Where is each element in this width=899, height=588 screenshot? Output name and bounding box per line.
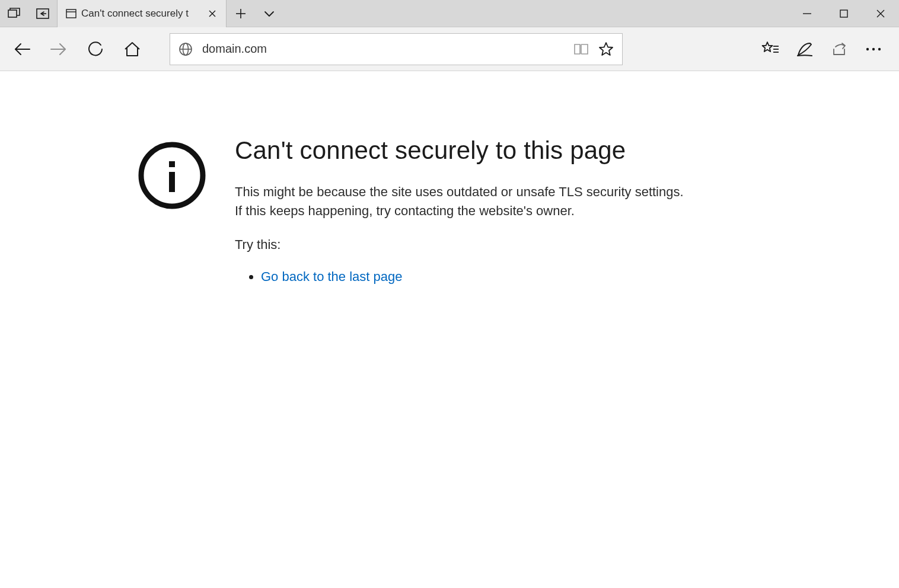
window-close-button[interactable] (862, 0, 899, 27)
nav-home-button[interactable] (115, 32, 149, 66)
reading-view-button[interactable] (573, 43, 589, 56)
svg-marker-20 (763, 42, 773, 52)
titlebar-left: Can't connect securely t (0, 0, 283, 27)
go-back-link[interactable]: Go back to the last page (261, 269, 403, 284)
info-icon (136, 140, 208, 211)
svg-rect-28 (169, 161, 175, 167)
nav-forward-button[interactable] (42, 32, 76, 66)
svg-marker-19 (600, 43, 613, 55)
browser-tab[interactable]: Can't connect securely t (57, 0, 227, 27)
error-description: This might be because the site uses outd… (235, 183, 691, 220)
favorite-star-button[interactable] (598, 41, 614, 57)
error-page: Can't connect securely to this page This… (0, 71, 899, 285)
navbar (0, 27, 899, 71)
nav-refresh-button[interactable] (78, 32, 113, 66)
tab-close-button[interactable] (205, 6, 220, 21)
tab-title: Can't connect securely t (81, 8, 200, 20)
share-button[interactable] (822, 32, 856, 66)
error-suggestions: Go back to the last page (235, 269, 691, 285)
navbar-right (753, 32, 894, 66)
favorites-hub-button[interactable] (753, 32, 788, 66)
svg-point-24 (866, 47, 869, 50)
window-controls (789, 0, 899, 27)
globe-icon (178, 42, 195, 56)
svg-point-25 (872, 47, 875, 50)
nav-back-button[interactable] (5, 32, 39, 66)
window-minimize-button[interactable] (789, 0, 825, 27)
set-aside-tabs-button[interactable] (28, 0, 57, 27)
svg-rect-29 (169, 172, 175, 192)
suggestion-item: Go back to the last page (261, 269, 691, 285)
more-menu-button[interactable] (856, 32, 891, 66)
page-icon (66, 9, 76, 18)
address-bar-actions (573, 41, 614, 57)
error-try-label: Try this: (235, 237, 691, 253)
svg-point-26 (878, 47, 881, 50)
notes-button[interactable] (788, 32, 822, 66)
svg-rect-3 (66, 9, 76, 18)
window-maximize-button[interactable] (825, 0, 862, 27)
error-content: Can't connect securely to this page This… (235, 136, 691, 285)
svg-rect-10 (840, 10, 847, 17)
address-bar[interactable] (170, 33, 623, 65)
new-tab-button[interactable] (227, 0, 255, 27)
tabs-overview-button[interactable] (0, 0, 28, 27)
tab-actions-button[interactable] (255, 0, 283, 27)
svg-rect-0 (8, 10, 17, 17)
titlebar: Can't connect securely t (0, 0, 899, 27)
error-heading: Can't connect securely to this page (235, 136, 691, 165)
address-input[interactable] (195, 42, 573, 56)
